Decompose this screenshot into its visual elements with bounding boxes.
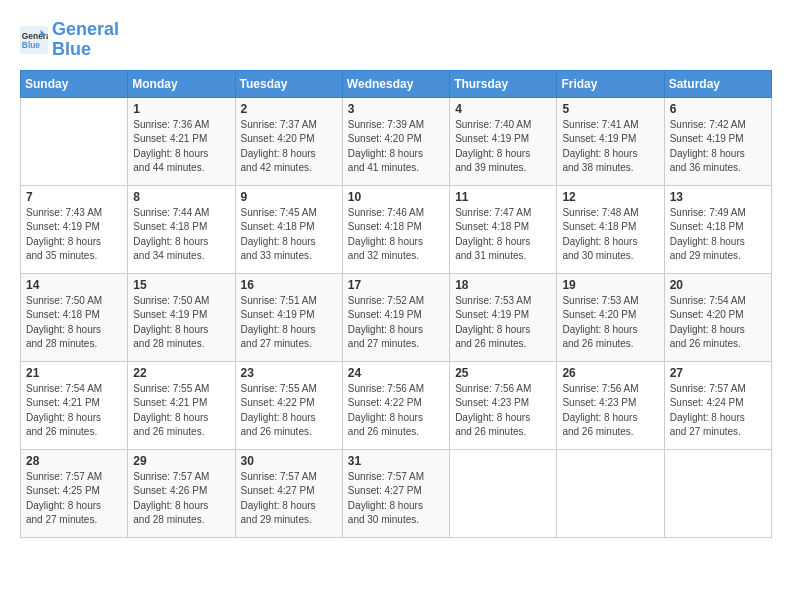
calendar-cell bbox=[450, 449, 557, 537]
calendar-cell: 16Sunrise: 7:51 AM Sunset: 4:19 PM Dayli… bbox=[235, 273, 342, 361]
day-info: Sunrise: 7:50 AM Sunset: 4:18 PM Dayligh… bbox=[26, 294, 122, 352]
calendar-body: 1Sunrise: 7:36 AM Sunset: 4:21 PM Daylig… bbox=[21, 97, 772, 537]
calendar-cell: 5Sunrise: 7:41 AM Sunset: 4:19 PM Daylig… bbox=[557, 97, 664, 185]
day-info: Sunrise: 7:51 AM Sunset: 4:19 PM Dayligh… bbox=[241, 294, 337, 352]
header-cell-wednesday: Wednesday bbox=[342, 70, 449, 97]
calendar-cell: 7Sunrise: 7:43 AM Sunset: 4:19 PM Daylig… bbox=[21, 185, 128, 273]
logo: General Blue GeneralBlue bbox=[20, 20, 119, 60]
day-info: Sunrise: 7:43 AM Sunset: 4:19 PM Dayligh… bbox=[26, 206, 122, 264]
calendar-cell bbox=[557, 449, 664, 537]
day-number: 1 bbox=[133, 102, 229, 116]
calendar-cell: 30Sunrise: 7:57 AM Sunset: 4:27 PM Dayli… bbox=[235, 449, 342, 537]
calendar-cell: 14Sunrise: 7:50 AM Sunset: 4:18 PM Dayli… bbox=[21, 273, 128, 361]
day-info: Sunrise: 7:52 AM Sunset: 4:19 PM Dayligh… bbox=[348, 294, 444, 352]
day-number: 13 bbox=[670, 190, 766, 204]
svg-text:Blue: Blue bbox=[22, 40, 40, 50]
day-number: 10 bbox=[348, 190, 444, 204]
calendar-cell: 13Sunrise: 7:49 AM Sunset: 4:18 PM Dayli… bbox=[664, 185, 771, 273]
page-header: General Blue GeneralBlue bbox=[20, 20, 772, 60]
day-info: Sunrise: 7:56 AM Sunset: 4:23 PM Dayligh… bbox=[455, 382, 551, 440]
day-number: 27 bbox=[670, 366, 766, 380]
day-number: 7 bbox=[26, 190, 122, 204]
day-number: 24 bbox=[348, 366, 444, 380]
day-number: 3 bbox=[348, 102, 444, 116]
day-info: Sunrise: 7:44 AM Sunset: 4:18 PM Dayligh… bbox=[133, 206, 229, 264]
day-info: Sunrise: 7:46 AM Sunset: 4:18 PM Dayligh… bbox=[348, 206, 444, 264]
day-number: 20 bbox=[670, 278, 766, 292]
day-info: Sunrise: 7:41 AM Sunset: 4:19 PM Dayligh… bbox=[562, 118, 658, 176]
calendar-cell bbox=[664, 449, 771, 537]
day-number: 8 bbox=[133, 190, 229, 204]
calendar-week-5: 28Sunrise: 7:57 AM Sunset: 4:25 PM Dayli… bbox=[21, 449, 772, 537]
day-number: 22 bbox=[133, 366, 229, 380]
day-number: 11 bbox=[455, 190, 551, 204]
calendar-cell: 15Sunrise: 7:50 AM Sunset: 4:19 PM Dayli… bbox=[128, 273, 235, 361]
day-info: Sunrise: 7:53 AM Sunset: 4:20 PM Dayligh… bbox=[562, 294, 658, 352]
day-info: Sunrise: 7:54 AM Sunset: 4:20 PM Dayligh… bbox=[670, 294, 766, 352]
day-info: Sunrise: 7:53 AM Sunset: 4:19 PM Dayligh… bbox=[455, 294, 551, 352]
logo-text: GeneralBlue bbox=[52, 20, 119, 60]
calendar-cell: 31Sunrise: 7:57 AM Sunset: 4:27 PM Dayli… bbox=[342, 449, 449, 537]
calendar-cell: 22Sunrise: 7:55 AM Sunset: 4:21 PM Dayli… bbox=[128, 361, 235, 449]
calendar-table: SundayMondayTuesdayWednesdayThursdayFrid… bbox=[20, 70, 772, 538]
day-number: 5 bbox=[562, 102, 658, 116]
day-number: 23 bbox=[241, 366, 337, 380]
day-number: 12 bbox=[562, 190, 658, 204]
day-info: Sunrise: 7:39 AM Sunset: 4:20 PM Dayligh… bbox=[348, 118, 444, 176]
day-info: Sunrise: 7:55 AM Sunset: 4:21 PM Dayligh… bbox=[133, 382, 229, 440]
calendar-header-row: SundayMondayTuesdayWednesdayThursdayFrid… bbox=[21, 70, 772, 97]
header-cell-sunday: Sunday bbox=[21, 70, 128, 97]
day-number: 4 bbox=[455, 102, 551, 116]
day-number: 31 bbox=[348, 454, 444, 468]
calendar-cell: 28Sunrise: 7:57 AM Sunset: 4:25 PM Dayli… bbox=[21, 449, 128, 537]
logo-icon: General Blue bbox=[20, 26, 48, 54]
calendar-cell: 20Sunrise: 7:54 AM Sunset: 4:20 PM Dayli… bbox=[664, 273, 771, 361]
calendar-week-3: 14Sunrise: 7:50 AM Sunset: 4:18 PM Dayli… bbox=[21, 273, 772, 361]
day-number: 26 bbox=[562, 366, 658, 380]
day-number: 2 bbox=[241, 102, 337, 116]
day-number: 9 bbox=[241, 190, 337, 204]
calendar-cell bbox=[21, 97, 128, 185]
calendar-cell: 10Sunrise: 7:46 AM Sunset: 4:18 PM Dayli… bbox=[342, 185, 449, 273]
day-info: Sunrise: 7:57 AM Sunset: 4:25 PM Dayligh… bbox=[26, 470, 122, 528]
day-info: Sunrise: 7:47 AM Sunset: 4:18 PM Dayligh… bbox=[455, 206, 551, 264]
header-cell-monday: Monday bbox=[128, 70, 235, 97]
header-cell-thursday: Thursday bbox=[450, 70, 557, 97]
header-cell-saturday: Saturday bbox=[664, 70, 771, 97]
calendar-cell: 25Sunrise: 7:56 AM Sunset: 4:23 PM Dayli… bbox=[450, 361, 557, 449]
day-info: Sunrise: 7:42 AM Sunset: 4:19 PM Dayligh… bbox=[670, 118, 766, 176]
day-number: 19 bbox=[562, 278, 658, 292]
day-info: Sunrise: 7:56 AM Sunset: 4:23 PM Dayligh… bbox=[562, 382, 658, 440]
calendar-week-1: 1Sunrise: 7:36 AM Sunset: 4:21 PM Daylig… bbox=[21, 97, 772, 185]
calendar-week-2: 7Sunrise: 7:43 AM Sunset: 4:19 PM Daylig… bbox=[21, 185, 772, 273]
calendar-cell: 2Sunrise: 7:37 AM Sunset: 4:20 PM Daylig… bbox=[235, 97, 342, 185]
day-number: 18 bbox=[455, 278, 551, 292]
day-info: Sunrise: 7:48 AM Sunset: 4:18 PM Dayligh… bbox=[562, 206, 658, 264]
calendar-cell: 21Sunrise: 7:54 AM Sunset: 4:21 PM Dayli… bbox=[21, 361, 128, 449]
calendar-cell: 19Sunrise: 7:53 AM Sunset: 4:20 PM Dayli… bbox=[557, 273, 664, 361]
day-info: Sunrise: 7:57 AM Sunset: 4:24 PM Dayligh… bbox=[670, 382, 766, 440]
day-number: 16 bbox=[241, 278, 337, 292]
calendar-cell: 1Sunrise: 7:36 AM Sunset: 4:21 PM Daylig… bbox=[128, 97, 235, 185]
day-info: Sunrise: 7:37 AM Sunset: 4:20 PM Dayligh… bbox=[241, 118, 337, 176]
calendar-cell: 29Sunrise: 7:57 AM Sunset: 4:26 PM Dayli… bbox=[128, 449, 235, 537]
day-number: 25 bbox=[455, 366, 551, 380]
header-cell-friday: Friday bbox=[557, 70, 664, 97]
calendar-cell: 6Sunrise: 7:42 AM Sunset: 4:19 PM Daylig… bbox=[664, 97, 771, 185]
day-info: Sunrise: 7:57 AM Sunset: 4:27 PM Dayligh… bbox=[348, 470, 444, 528]
day-info: Sunrise: 7:57 AM Sunset: 4:27 PM Dayligh… bbox=[241, 470, 337, 528]
calendar-cell: 3Sunrise: 7:39 AM Sunset: 4:20 PM Daylig… bbox=[342, 97, 449, 185]
calendar-cell: 23Sunrise: 7:55 AM Sunset: 4:22 PM Dayli… bbox=[235, 361, 342, 449]
calendar-cell: 12Sunrise: 7:48 AM Sunset: 4:18 PM Dayli… bbox=[557, 185, 664, 273]
day-number: 29 bbox=[133, 454, 229, 468]
day-number: 21 bbox=[26, 366, 122, 380]
day-info: Sunrise: 7:55 AM Sunset: 4:22 PM Dayligh… bbox=[241, 382, 337, 440]
day-info: Sunrise: 7:40 AM Sunset: 4:19 PM Dayligh… bbox=[455, 118, 551, 176]
calendar-cell: 17Sunrise: 7:52 AM Sunset: 4:19 PM Dayli… bbox=[342, 273, 449, 361]
calendar-cell: 11Sunrise: 7:47 AM Sunset: 4:18 PM Dayli… bbox=[450, 185, 557, 273]
day-info: Sunrise: 7:50 AM Sunset: 4:19 PM Dayligh… bbox=[133, 294, 229, 352]
day-info: Sunrise: 7:49 AM Sunset: 4:18 PM Dayligh… bbox=[670, 206, 766, 264]
day-number: 17 bbox=[348, 278, 444, 292]
day-info: Sunrise: 7:36 AM Sunset: 4:21 PM Dayligh… bbox=[133, 118, 229, 176]
day-info: Sunrise: 7:57 AM Sunset: 4:26 PM Dayligh… bbox=[133, 470, 229, 528]
